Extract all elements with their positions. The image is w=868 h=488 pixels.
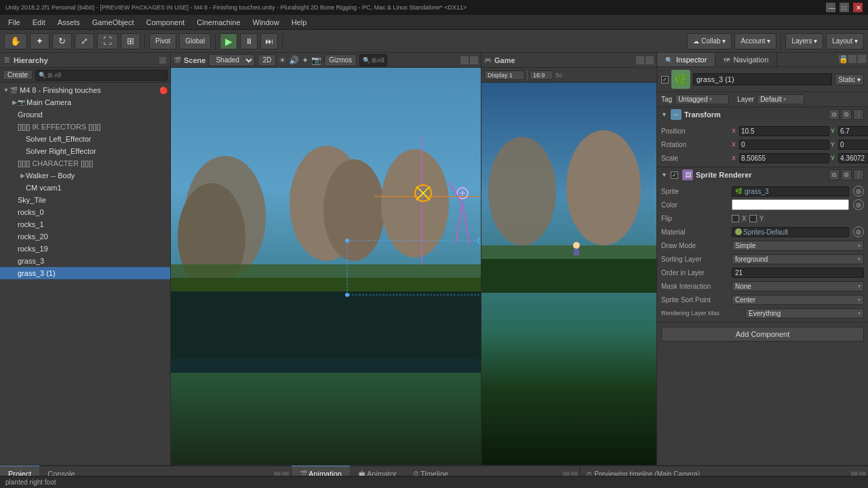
hierarchy-item-5[interactable]: [][][] CHARACTER [][][] — [0, 157, 170, 169]
sr-menu-btn[interactable]: ⋮ — [853, 169, 864, 180]
hierarchy-item-6[interactable]: ▶ Walker -- Body — [0, 169, 170, 182]
tool-rect[interactable]: ⛶ — [97, 33, 118, 49]
close-btn[interactable]: ✕ — [853, 3, 863, 12]
pivot-btn[interactable]: Pivot — [149, 33, 176, 49]
draw-mode-dropdown[interactable]: Simple ▾ — [732, 241, 864, 251]
scene-fx-icon[interactable]: ✦ — [302, 56, 309, 65]
hierarchy-item-13[interactable]: grass_3 — [0, 255, 170, 267]
tool-rotate[interactable]: ↻ — [52, 33, 72, 49]
pause-btn[interactable]: ⏸ — [240, 33, 258, 49]
scl-x-input[interactable] — [739, 153, 829, 163]
hierarchy-item-4[interactable]: Solver Right_Effector — [0, 145, 170, 157]
color-field[interactable] — [732, 199, 849, 210]
tool-hand[interactable]: ✋ — [4, 33, 27, 49]
scene-light-icon[interactable]: ☀ — [279, 56, 286, 65]
scene-viewport[interactable] — [171, 68, 481, 465]
hierarchy-item-14[interactable]: grass_3 (1) — [0, 267, 170, 279]
inspector-minimize[interactable] — [848, 55, 856, 63]
tool-multi[interactable]: ⊞ — [121, 33, 140, 49]
order-layer-value[interactable]: 21 — [732, 268, 864, 278]
hierarchy-lock[interactable] — [159, 57, 166, 64]
account-btn[interactable]: Account ▾ — [734, 33, 776, 49]
rot-y-input[interactable] — [838, 140, 868, 150]
scl-y-input[interactable] — [838, 153, 868, 163]
scene-2d-btn[interactable]: 2D — [258, 54, 276, 66]
sprite-sort-dropdown[interactable]: Center ▾ — [732, 295, 864, 305]
transform-menu-btn[interactable]: ⋮ — [853, 109, 864, 120]
hierarchy-item-9[interactable]: rocks_0 — [0, 206, 170, 218]
object-name-field[interactable] — [693, 73, 832, 85]
tag-dropdown[interactable]: Untagged ▾ — [675, 94, 729, 104]
mask-interaction-dropdown[interactable]: None ▾ — [732, 281, 864, 291]
sorting-layer-dropdown[interactable]: foreground ▾ — [732, 254, 864, 264]
sprite-renderer-enabled[interactable]: ✓ — [671, 171, 678, 179]
hierarchy-item-1[interactable]: Ground — [0, 108, 170, 121]
material-pick-btn[interactable]: ◎ — [853, 226, 864, 237]
transform-header[interactable]: ▼ ↔ Transform ⧉ ⚙ ⋮ — [657, 107, 868, 122]
game-ratio-dropdown[interactable]: 16:9 — [530, 70, 553, 80]
hierarchy-item-12[interactable]: rocks_19 — [0, 243, 170, 255]
menu-cinemachine[interactable]: Cinemachine — [191, 17, 245, 28]
color-pick-btn[interactable]: ◎ — [853, 199, 864, 210]
tool-move[interactable]: ✦ — [30, 33, 50, 49]
add-component-btn[interactable]: Add Component — [661, 327, 864, 342]
menu-edit[interactable]: Edit — [27, 17, 51, 28]
flip-y-checkbox[interactable] — [749, 215, 757, 222]
sr-settings-btn[interactable]: ⚙ — [841, 169, 852, 180]
tab-navigation[interactable]: 🗺 Navigation — [715, 53, 777, 66]
menu-assets[interactable]: Assets — [52, 17, 85, 28]
game-viewport[interactable] — [481, 83, 656, 465]
scene-shading-dropdown[interactable]: Shaded — [208, 54, 255, 66]
hierarchy-item-11[interactable]: rocks_20 — [0, 230, 170, 243]
flip-x-checkbox[interactable] — [732, 215, 739, 222]
scene-maximize[interactable] — [470, 56, 478, 64]
rot-x-input[interactable] — [739, 140, 829, 150]
hierarchy-item-7[interactable]: CM vcam1 — [0, 182, 170, 194]
hierarchy-item-3[interactable]: Solver Left_Effector — [0, 133, 170, 145]
sprite-renderer-header[interactable]: ▼ ✓ 🖼 Sprite Renderer ⧉ ⚙ ⋮ — [657, 167, 868, 182]
play-btn[interactable]: ▶ — [220, 33, 237, 49]
pos-x-input[interactable] — [739, 126, 829, 136]
scene-gizmos-btn[interactable]: Gizmos — [324, 54, 357, 66]
menu-gameobject[interactable]: GameObject — [87, 17, 140, 28]
transform-copy-btn[interactable]: ⧉ — [829, 109, 840, 120]
window-controls[interactable]: — □ ✕ — [826, 3, 863, 12]
hierarchy-item-2[interactable]: [][][] IK EFFECTORS [][][] — [0, 121, 170, 133]
game-maximize[interactable] — [646, 56, 654, 64]
game-minimize[interactable] — [636, 56, 644, 64]
hierarchy-item-0[interactable]: ▶ 📷 Main Camera — [0, 96, 170, 108]
tool-scale[interactable]: ⤢ — [75, 33, 94, 49]
game-display-dropdown[interactable]: Display 1 — [484, 70, 525, 80]
scene-audio-icon[interactable]: 🔊 — [289, 56, 299, 65]
global-btn[interactable]: Global — [179, 33, 211, 49]
sprite-ref-field[interactable]: 🌿 grass_3 — [732, 186, 849, 197]
scene-search[interactable]: 🔍 ⊞All — [359, 54, 387, 66]
hierarchy-scene-root[interactable]: ▼ 🎬 M4 8 - Finishing touches 🔴 — [0, 84, 170, 96]
hierarchy-search[interactable]: 🔍 ⊞ All — [35, 70, 167, 81]
layers-btn[interactable]: Layers ▾ — [785, 33, 823, 49]
layer-dropdown[interactable]: Default ▾ — [757, 94, 804, 104]
object-active-checkbox[interactable]: ✓ — [661, 76, 669, 83]
minimize-btn[interactable]: — — [826, 3, 835, 12]
inspector-maximize[interactable] — [858, 55, 866, 63]
hierarchy-create-btn[interactable]: Create — [3, 70, 33, 80]
step-btn[interactable]: ⏭ — [260, 33, 278, 49]
menu-file[interactable]: File — [3, 17, 26, 28]
collab-btn[interactable]: ☁ Collab ▾ — [687, 33, 732, 49]
scene-camera-icon[interactable]: 📷 — [311, 56, 321, 65]
hierarchy-item-10[interactable]: rocks_1 — [0, 218, 170, 230]
pos-y-input[interactable] — [838, 126, 868, 136]
menu-help[interactable]: Help — [286, 17, 313, 28]
layout-btn[interactable]: Layout ▾ — [826, 33, 864, 49]
static-dropdown[interactable]: Static ▾ — [835, 74, 864, 85]
transform-settings-btn[interactable]: ⚙ — [841, 109, 852, 120]
sr-copy-btn[interactable]: ⧉ — [829, 169, 840, 180]
menu-window[interactable]: Window — [248, 17, 285, 28]
hierarchy-item-8[interactable]: Sky_Tile — [0, 194, 170, 206]
material-ref-field[interactable]: Sprites-Default — [732, 227, 849, 237]
tab-inspector[interactable]: 🔍 Inspector — [657, 53, 715, 66]
maximize-btn[interactable]: □ — [840, 3, 849, 12]
rendering-layer-dropdown[interactable]: Everything ▾ — [745, 308, 864, 319]
inspector-lock[interactable]: 🔒 — [839, 55, 847, 63]
menu-component[interactable]: Component — [140, 17, 190, 28]
